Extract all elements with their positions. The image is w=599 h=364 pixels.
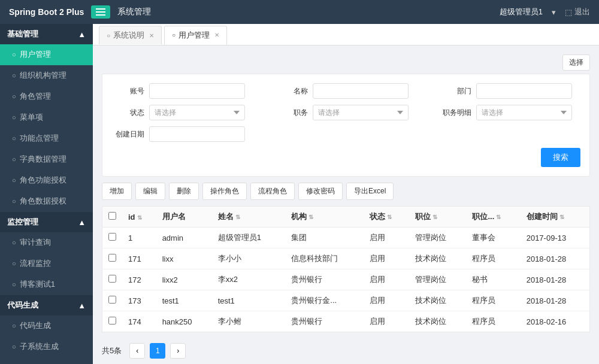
admin-dropdown-icon[interactable]: ▾ xyxy=(552,8,556,17)
table-cell-0-7: 董事会 xyxy=(466,228,520,248)
table-cell-0-2: admin xyxy=(156,228,212,248)
sidebar-section-0[interactable]: 基础管理▲ xyxy=(0,24,93,44)
menu-toggle-button[interactable] xyxy=(91,5,110,19)
table-cell-3-4: 贵州银行金... xyxy=(285,290,363,311)
row-checkbox-1[interactable] xyxy=(108,254,116,262)
table-cell-1-7: 程序员 xyxy=(466,248,520,269)
table-cell-2-3: 李xx2 xyxy=(212,269,286,290)
table-cell-4-5: 启用 xyxy=(364,311,409,332)
sidebar-item-1-1[interactable]: ○流程监控 xyxy=(0,253,93,274)
sidebar-item-0-2[interactable]: ○角色管理 xyxy=(0,86,93,107)
table-cell-0-4: 集团 xyxy=(285,228,363,248)
sort-icon-position: ⇅ xyxy=(432,214,437,220)
tab-close-1[interactable]: ✕ xyxy=(214,32,219,38)
table-cell-3-6: 技术岗位 xyxy=(409,290,467,311)
table-row-4: 174hank250李小鲋贵州银行启用技术岗位程序员2018-02-16 xyxy=(102,311,590,332)
sidebar-item-1-0[interactable]: ○审计查询 xyxy=(0,232,93,253)
table-cell-2-2: lixx2 xyxy=(156,269,212,290)
action-btn-1[interactable]: 编辑 xyxy=(135,183,165,200)
create-date-input[interactable] xyxy=(149,126,245,142)
table-cell-1-5: 启用 xyxy=(364,248,409,269)
filter-group-account: 账号 xyxy=(111,83,245,99)
choose-button[interactable]: 选择 xyxy=(562,54,590,71)
tab-label-1: 用户管理 xyxy=(179,30,210,41)
action-btn-0[interactable]: 增加 xyxy=(102,183,132,200)
job-detail-select[interactable]: 请选择 xyxy=(476,105,572,120)
action-btn-3[interactable]: 操作角色 xyxy=(202,183,247,200)
table-cell-3-1: 173 xyxy=(122,290,156,311)
table-cell-4-4: 贵州银行 xyxy=(285,311,363,332)
sidebar-item-1-2[interactable]: ○博客测试1 xyxy=(0,274,93,295)
sidebar-item-0-1[interactable]: ○组织机构管理 xyxy=(0,65,93,86)
sidebar-item-icon-0-5: ○ xyxy=(12,156,16,163)
action-btn-5[interactable]: 修改密码 xyxy=(298,183,343,200)
tab-1[interactable]: ○用户管理✕ xyxy=(164,26,227,45)
action-btn-4[interactable]: 流程角色 xyxy=(250,183,295,200)
table-col-created_at[interactable]: 创建时间⇅ xyxy=(521,207,590,228)
admin-name[interactable]: 超级管理员1 xyxy=(500,7,543,17)
table-cell-0-0[interactable] xyxy=(102,228,123,248)
row-checkbox-0[interactable] xyxy=(108,233,116,241)
pagination-prev-button[interactable]: ‹ xyxy=(129,343,145,359)
tab-icon-1: ○ xyxy=(172,32,176,38)
table-cell-2-6: 管理岗位 xyxy=(409,269,467,290)
search-button[interactable]: 搜索 xyxy=(541,148,580,167)
tab-0[interactable]: ○系统说明✕ xyxy=(99,26,162,44)
sidebar-item-0-3[interactable]: ○菜单项 xyxy=(0,107,93,128)
table-col-org[interactable]: 机构⇅ xyxy=(285,207,363,228)
action-btn-6[interactable]: 导出Excel xyxy=(346,183,394,200)
tab-icon-0: ○ xyxy=(107,32,110,39)
name-input[interactable] xyxy=(313,83,409,99)
job-select[interactable]: 请选择 xyxy=(313,105,409,120)
table-cell-4-8: 2018-02-16 xyxy=(521,311,590,332)
pagination-page-1[interactable]: 1 xyxy=(150,343,165,359)
table-col-id[interactable]: id⇅ xyxy=(122,207,156,228)
status-select[interactable]: 请选择 xyxy=(149,105,245,120)
row-checkbox-4[interactable] xyxy=(108,317,116,324)
sidebar-item-0-0[interactable]: ○用户管理 xyxy=(0,44,93,65)
table-cell-3-0[interactable] xyxy=(102,290,123,311)
action-btn-2[interactable]: 删除 xyxy=(169,183,199,200)
dept-input[interactable] xyxy=(476,83,572,99)
sidebar-item-0-4[interactable]: ○功能点管理 xyxy=(0,128,93,149)
filter-actions: 搜索 xyxy=(111,148,580,167)
page-content: 选择 账号 名称 部门 xyxy=(93,46,599,364)
table-col-checkbox xyxy=(102,207,123,228)
sort-icon-id: ⇅ xyxy=(137,214,142,221)
table-cell-2-8: 2018-01-28 xyxy=(521,269,590,290)
table-col-status[interactable]: 状态⇅ xyxy=(364,207,409,228)
table-cell-4-3: 李小鲋 xyxy=(212,311,286,332)
sidebar-item-2-0[interactable]: ○代码生成 xyxy=(0,316,93,336)
row-checkbox-3[interactable] xyxy=(108,296,116,304)
data-table: id⇅用户名姓名⇅机构⇅状态⇅职位⇅职位...⇅创建时间⇅ 1admin超级管理… xyxy=(102,206,590,332)
sidebar-item-0-6[interactable]: ○角色功能授权 xyxy=(0,170,93,191)
sort-icon-created_at: ⇅ xyxy=(559,214,564,220)
table-cell-2-7: 秘书 xyxy=(466,269,520,290)
sidebar-item-0-5[interactable]: ○字典数据管理 xyxy=(0,149,93,170)
table-cell-2-0[interactable] xyxy=(102,269,123,290)
table-col-position_detail[interactable]: 职位...⇅ xyxy=(466,207,520,228)
tab-close-0[interactable]: ✕ xyxy=(149,32,154,39)
pagination-total: 共5条 xyxy=(102,345,122,356)
table-cell-1-2: lixx xyxy=(156,248,212,269)
table-cell-4-0[interactable] xyxy=(102,311,123,332)
table-col-position[interactable]: 职位⇅ xyxy=(409,207,467,228)
logout-button[interactable]: ⬚ 退出 xyxy=(565,7,590,17)
table-cell-1-0[interactable] xyxy=(102,248,123,269)
name-label: 名称 xyxy=(275,86,308,96)
row-checkbox-2[interactable] xyxy=(108,275,116,283)
account-input[interactable] xyxy=(149,83,245,99)
sidebar-section-2[interactable]: 代码生成▲ xyxy=(0,295,93,316)
sidebar-item-icon-0-4: ○ xyxy=(12,135,16,142)
sidebar-item-0-7[interactable]: ○角色数据授权 xyxy=(0,191,93,212)
select-all-checkbox[interactable] xyxy=(108,212,116,220)
sidebar-item-2-1[interactable]: ○子系统生成 xyxy=(0,336,93,357)
pagination-next-button[interactable]: › xyxy=(170,343,186,359)
table-col-realname[interactable]: 姓名⇅ xyxy=(212,207,286,228)
filter-group-job: 职务 请选择 xyxy=(275,105,409,120)
choose-btn-area: 选择 xyxy=(102,54,590,71)
sidebar-item-label-0-2: 角色管理 xyxy=(20,91,51,102)
sidebar-section-1[interactable]: 监控管理▲ xyxy=(0,212,93,232)
tabs-bar: ○系统说明✕○用户管理✕ xyxy=(93,24,599,46)
table-cell-3-2: test1 xyxy=(156,290,212,311)
